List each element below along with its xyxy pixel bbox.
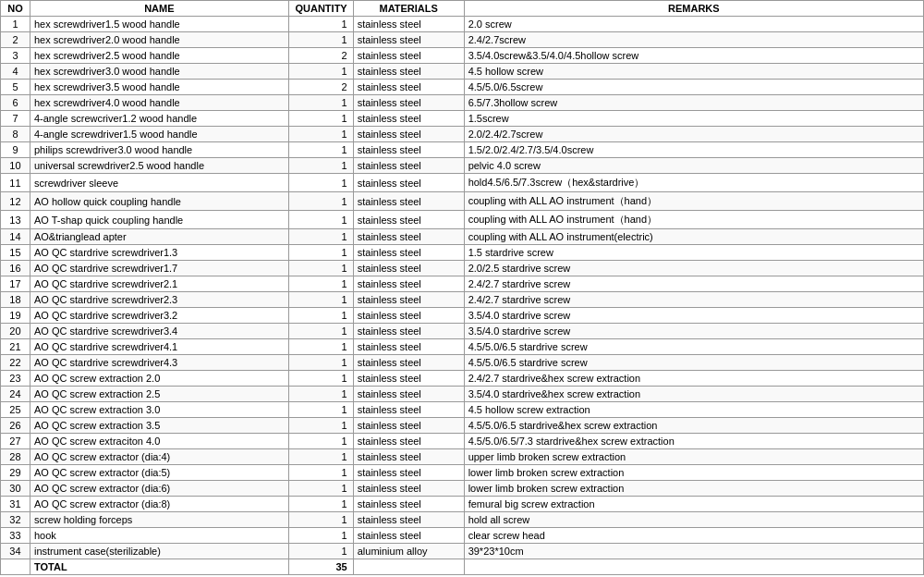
cell-qty: 1 (288, 449, 353, 465)
cell-qty: 1 (288, 245, 353, 261)
cell-qty: 1 (288, 17, 353, 32)
cell-mat: stainless steel (353, 192, 464, 211)
cell-no: 18 (1, 292, 30, 308)
cell-name: AO QC screw extraction 3.5 (30, 418, 288, 434)
total-label-cell: TOTAL (30, 559, 288, 575)
total-no-cell (1, 559, 30, 575)
cell-rem: hold all screw (464, 512, 923, 528)
cell-name: AO hollow quick coupling handle (30, 192, 288, 211)
cell-rem: 2.0/2.4/2.7screw (464, 127, 923, 142)
cell-name: 4-angle screwcriver1.2 wood handle (30, 111, 288, 127)
table-row: 27AO QC screw extraciton 4.01stainless s… (1, 434, 924, 449)
cell-name: universal screwdriver2.5 wood handle (30, 158, 288, 174)
cell-name: hook (30, 528, 288, 544)
cell-mat: stainless steel (353, 512, 464, 528)
cell-no: 13 (1, 211, 30, 229)
cell-mat: stainless steel (353, 158, 464, 174)
cell-no: 4 (1, 64, 30, 80)
cell-no: 15 (1, 245, 30, 261)
table-row: 34instrument case(sterilizable)1aluminiu… (1, 544, 924, 559)
cell-name: hex screwdriver1.5 wood handle (30, 17, 288, 32)
table-row: 11screwdriver sleeve1stainless steelhold… (1, 174, 924, 192)
cell-qty: 1 (288, 512, 353, 528)
table-row: 29AO QC screw extractor (dia:5)1stainles… (1, 465, 924, 481)
cell-no: 32 (1, 512, 30, 528)
table-row: 24AO QC screw extraction 2.51stainless s… (1, 387, 924, 402)
cell-qty: 1 (288, 32, 353, 48)
cell-name: instrument case(sterilizable) (30, 544, 288, 559)
table-row: 1hex screwdriver1.5 wood handle1stainles… (1, 17, 924, 32)
cell-qty: 1 (288, 465, 353, 481)
cell-qty: 1 (288, 387, 353, 402)
cell-no: 11 (1, 174, 30, 192)
header-mat: MATERIALS (353, 1, 464, 17)
cell-no: 33 (1, 528, 30, 544)
cell-no: 1 (1, 17, 30, 32)
cell-mat: stainless steel (353, 80, 464, 95)
cell-no: 28 (1, 449, 30, 465)
cell-rem: 3.5/4.0screw&3.5/4.0/4.5hollow screw (464, 48, 923, 64)
cell-mat: stainless steel (353, 127, 464, 142)
cell-rem: femural big screw extraction (464, 497, 923, 512)
table-row: 25AO QC screw extraction 3.01stainless s… (1, 402, 924, 418)
cell-no: 30 (1, 481, 30, 497)
cell-no: 5 (1, 80, 30, 95)
table-row: 13AO T-shap quick coupling handle1stainl… (1, 211, 924, 229)
cell-rem: 2.0/2.5 stardrive screw (464, 261, 923, 276)
cell-qty: 1 (288, 544, 353, 559)
cell-mat: stainless steel (353, 261, 464, 276)
cell-rem: 4.5/5.0/6.5/7.3 stardrive&hex screw extr… (464, 434, 923, 449)
cell-rem: 4.5/5.0/6.5 stardrive&hex screw extracti… (464, 418, 923, 434)
cell-rem: coupling with ALL AO instrument（hand） (464, 192, 923, 211)
cell-qty: 1 (288, 229, 353, 245)
cell-name: AO QC stardrive screwdriver3.2 (30, 308, 288, 324)
table-row: 26AO QC screw extraction 3.51stainless s… (1, 418, 924, 434)
cell-name: screw holding forceps (30, 512, 288, 528)
total-mat-cell (353, 559, 464, 575)
cell-qty: 1 (288, 158, 353, 174)
cell-mat: stainless steel (353, 449, 464, 465)
table-row: 22AO QC stardrive screwdriver4.31stainle… (1, 355, 924, 371)
cell-no: 22 (1, 355, 30, 371)
cell-qty: 2 (288, 80, 353, 95)
table-row: 74-angle screwcriver1.2 wood handle1stai… (1, 111, 924, 127)
cell-name: philips screwdriver3.0 wood handle (30, 142, 288, 158)
table-row: 9philips screwdriver3.0 wood handle1stai… (1, 142, 924, 158)
table-row: 14AO&trianglead apter1stainless steelcou… (1, 229, 924, 245)
cell-no: 20 (1, 324, 30, 339)
cell-no: 9 (1, 142, 30, 158)
cell-name: AO QC screw extraction 2.5 (30, 387, 288, 402)
header-name: NAME (30, 1, 288, 17)
cell-rem: upper limb broken screw extraction (464, 449, 923, 465)
cell-mat: stainless steel (353, 355, 464, 371)
cell-rem: 39*23*10cm (464, 544, 923, 559)
cell-name: AO T-shap quick coupling handle (30, 211, 288, 229)
cell-mat: stainless steel (353, 481, 464, 497)
cell-no: 8 (1, 127, 30, 142)
cell-name: hex screwdriver3.0 wood handle (30, 64, 288, 80)
cell-no: 25 (1, 402, 30, 418)
cell-qty: 1 (288, 402, 353, 418)
cell-no: 17 (1, 276, 30, 292)
cell-name: AO QC stardrive screwdriver2.3 (30, 292, 288, 308)
cell-no: 34 (1, 544, 30, 559)
cell-mat: stainless steel (353, 387, 464, 402)
cell-qty: 1 (288, 261, 353, 276)
main-table: NO NAME QUANTITY MATERIALS REMARKS 1hex … (0, 0, 924, 575)
cell-mat: stainless steel (353, 48, 464, 64)
cell-qty: 1 (288, 371, 353, 387)
cell-mat: stainless steel (353, 111, 464, 127)
cell-name: AO QC stardrive screwdriver4.1 (30, 339, 288, 355)
cell-name: AO QC screw extraction 3.0 (30, 402, 288, 418)
cell-name: AO QC screw extraction 2.0 (30, 371, 288, 387)
cell-name: hex screwdriver4.0 wood handle (30, 95, 288, 111)
cell-rem: 2.0 screw (464, 17, 923, 32)
cell-name: hex screwdriver2.0 wood handle (30, 32, 288, 48)
cell-no: 12 (1, 192, 30, 211)
cell-mat: stainless steel (353, 308, 464, 324)
cell-name: AO QC stardrive screwdriver1.3 (30, 245, 288, 261)
table-header-row: NO NAME QUANTITY MATERIALS REMARKS (1, 1, 924, 17)
header-no: NO (1, 1, 30, 17)
cell-rem: lower limb broken screw extraction (464, 481, 923, 497)
cell-mat: stainless steel (353, 292, 464, 308)
